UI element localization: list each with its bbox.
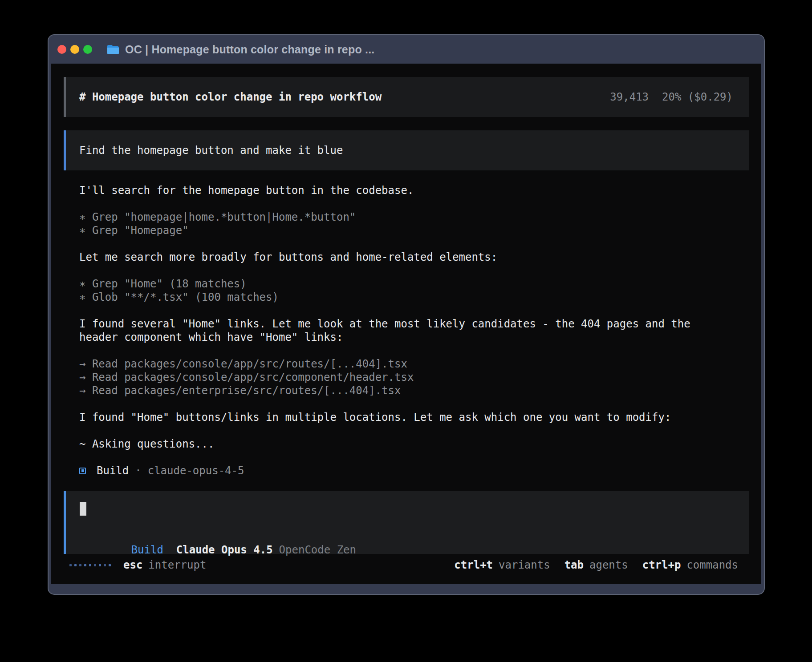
session-header: # Homepage button color change in repo w…	[64, 77, 749, 117]
shortcut-label: agents	[589, 559, 628, 571]
zoom-button[interactable]	[83, 45, 92, 54]
interrupt-label: interrupt	[148, 559, 206, 571]
tool-call-group: ∗ Grep "Home" (18 matches) ∗ Glob "**/*.…	[79, 277, 761, 304]
status-bar: esc interrupt ctrl+t variants tab agents…	[69, 558, 738, 572]
assistant-text-line: I'll search for the homepage button in t…	[79, 184, 761, 197]
assistant-text-line: header component which have "Home" links…	[79, 331, 761, 344]
input-provider-label: OpenCode Zen	[279, 544, 356, 556]
session-title: # Homepage button color change in repo w…	[79, 91, 610, 103]
read-file-line: → Read packages/console/app/src/routes/[…	[79, 357, 761, 371]
user-message: Find the homepage button and make it blu…	[64, 130, 749, 170]
shortcut-variants: ctrl+t variants	[454, 559, 550, 571]
tool-call-line: ∗ Glob "**/*.tsx" (100 matches)	[79, 291, 761, 304]
assistant-paragraph: I'll search for the homepage button in t…	[79, 184, 761, 197]
read-file-line: → Read packages/console/app/src/componen…	[79, 371, 761, 384]
tool-call-group: ∗ Grep "homepage|home.*button|Home.*butt…	[79, 210, 761, 237]
shortcut-commands: ctrl+p commands	[642, 559, 738, 571]
agent-model: claude-opus-4-5	[148, 464, 244, 477]
shortcut-key: tab	[564, 559, 584, 571]
tool-call-line: ∗ Grep "Homepage"	[79, 224, 761, 237]
assistant-text-line: I found several "Home" links. Let me loo…	[79, 317, 761, 331]
close-button[interactable]	[57, 45, 66, 54]
assistant-paragraph: I found several "Home" links. Let me loo…	[79, 317, 761, 344]
esc-key-hint: esc	[123, 559, 142, 571]
tool-call-group: → Read packages/console/app/src/routes/[…	[79, 357, 761, 397]
shortcut-label: variants	[499, 559, 550, 571]
user-message-text: Find the homepage button and make it blu…	[79, 144, 343, 157]
agent-separator: ·	[135, 464, 141, 477]
agent-status-line: Build · claude-opus-4-5	[79, 464, 761, 477]
input-agent-label[interactable]: Build	[131, 544, 163, 556]
status-paragraph: ~ Asking questions...	[79, 437, 761, 451]
assistant-paragraph: Let me search more broadly for buttons a…	[79, 250, 761, 264]
window-titlebar[interactable]: OC | Homepage button color change in rep…	[49, 35, 764, 64]
context-usage: 20% ($0.29)	[662, 91, 733, 103]
read-file-line: → Read packages/enterprise/src/routes/[.…	[79, 384, 761, 397]
shortcut-key: ctrl+p	[642, 559, 681, 571]
shortcut-key: ctrl+t	[454, 559, 493, 571]
tool-call-line: ∗ Grep "homepage|home.*button|Home.*butt…	[79, 210, 761, 224]
folder-icon	[107, 44, 119, 55]
agent-name: Build	[97, 464, 129, 477]
status-text-line: ~ Asking questions...	[79, 437, 761, 451]
assistant-text-line: Let me search more broadly for buttons a…	[79, 250, 761, 264]
shortcut-label: commands	[686, 559, 738, 571]
session-stats: 39,41320% ($0.29)	[610, 91, 733, 103]
token-count: 39,413	[610, 91, 649, 103]
status-bar-right: ctrl+t variants tab agents ctrl+p comman…	[440, 559, 738, 571]
tool-call-line: ∗ Grep "Home" (18 matches)	[79, 277, 761, 291]
shortcut-agents: tab agents	[564, 559, 628, 571]
minimize-button[interactable]	[70, 45, 79, 54]
assistant-paragraph: I found "Home" buttons/links in multiple…	[79, 411, 761, 424]
terminal-window: OC | Homepage button color change in rep…	[48, 34, 765, 595]
text-cursor	[80, 502, 86, 516]
terminal-content[interactable]: # Homepage button color change in repo w…	[51, 64, 761, 584]
build-agent-icon	[79, 468, 86, 474]
window-title: OC | Homepage button color change in rep…	[125, 43, 374, 56]
input-model-label[interactable]: Claude Opus 4.5	[176, 544, 273, 556]
assistant-text-line: I found "Home" buttons/links in multiple…	[79, 411, 761, 424]
input-meta-bar: BuildClaude Opus 4.5OpenCode Zen	[80, 530, 356, 543]
prompt-input[interactable]: BuildClaude Opus 4.5OpenCode Zen	[64, 491, 749, 554]
